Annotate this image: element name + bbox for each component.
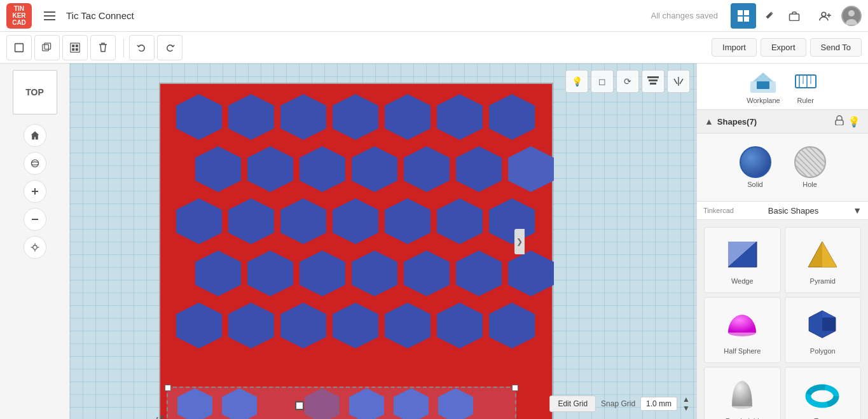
group-button[interactable] <box>62 35 88 60</box>
halfsphere-shape-item[interactable]: Half Sphere <box>704 297 781 363</box>
selected-hex-5[interactable] <box>394 388 429 420</box>
grid-view-button[interactable] <box>731 3 756 29</box>
rotate-handle[interactable]: ↺ <box>155 413 165 419</box>
align-button[interactable] <box>642 70 665 93</box>
home-nav-button[interactable] <box>24 124 46 147</box>
hex-5-3[interactable] <box>280 303 326 348</box>
hex-5-1[interactable] <box>176 303 222 348</box>
selected-hex-4[interactable] <box>349 388 384 420</box>
hex-3-1[interactable] <box>176 198 222 244</box>
hex-5-2[interactable] <box>228 303 274 348</box>
redo-button[interactable] <box>157 35 183 60</box>
hex-3-3[interactable] <box>280 198 326 244</box>
hex-4-5[interactable] <box>404 251 450 296</box>
collapse-panel-button[interactable]: ❯ <box>514 229 525 254</box>
hex-2-4[interactable] <box>352 146 397 192</box>
fit-view-button[interactable] <box>24 236 46 259</box>
hammer-button[interactable] <box>756 3 782 29</box>
toolbar-right: Import Export Send To <box>712 38 862 57</box>
shapes-lock-button[interactable] <box>835 115 844 128</box>
workplane-button[interactable]: Workplane <box>747 69 780 104</box>
hex-5-6[interactable] <box>437 303 483 348</box>
mirror-button[interactable] <box>667 70 690 93</box>
delete-button[interactable] <box>90 35 116 60</box>
view-cube[interactable]: TOP <box>13 70 57 114</box>
hex-2-6[interactable] <box>456 146 502 192</box>
shape-library-dropdown-button[interactable]: ▼ <box>853 205 862 216</box>
paraboloid-shape-item[interactable]: Paraboloid <box>704 367 781 419</box>
refresh-button[interactable]: ⟳ <box>616 70 639 93</box>
hex-2-2[interactable] <box>247 146 293 192</box>
hex-2-5[interactable] <box>404 146 450 192</box>
selected-hex-6[interactable] <box>438 388 473 420</box>
snap-value[interactable]: 1.0 mm <box>640 397 677 411</box>
hex-1-6[interactable] <box>437 94 483 140</box>
hex-1-2[interactable] <box>228 94 274 140</box>
import-button[interactable]: Import <box>712 38 757 57</box>
hex-5-5[interactable] <box>385 303 431 348</box>
selected-hex-1[interactable] <box>177 388 212 420</box>
shapes-visibility-button[interactable]: 💡 <box>848 116 860 128</box>
briefcase-button[interactable] <box>782 3 807 29</box>
hole-selector[interactable]: Hole <box>787 142 834 192</box>
hex-4-2[interactable] <box>247 251 293 296</box>
center-handle[interactable] <box>295 401 304 410</box>
export-button[interactable]: Export <box>761 38 806 57</box>
selected-hex-2[interactable] <box>222 388 257 420</box>
hex-4-6[interactable] <box>456 251 502 296</box>
hex-2-7[interactable] <box>508 146 554 192</box>
hex-1-4[interactable] <box>333 94 378 140</box>
solid-selector[interactable]: Solid <box>732 142 779 192</box>
polygon-shape-item[interactable]: Polygon <box>785 297 862 363</box>
hex-5-4[interactable] <box>333 303 378 348</box>
selected-hex-3[interactable] <box>305 388 340 420</box>
undo-button[interactable] <box>129 35 155 60</box>
hex-1-7[interactable] <box>489 94 535 140</box>
hex-4-1[interactable] <box>195 251 241 296</box>
zoom-out-button[interactable] <box>24 208 46 231</box>
hex-1-1[interactable] <box>176 94 222 140</box>
selection-handle-tl[interactable] <box>165 385 171 391</box>
hex-4-4[interactable] <box>352 251 397 296</box>
orbit-nav-button[interactable] <box>24 152 46 175</box>
selection-handle-tr[interactable] <box>512 385 518 391</box>
torus-shape-item[interactable]: Torus <box>785 367 862 419</box>
menu-button[interactable] <box>37 3 62 29</box>
hex-3-7[interactable] <box>489 198 535 244</box>
hex-row-1 <box>173 92 557 142</box>
shapes-collapse-button[interactable]: ▲ <box>705 116 713 127</box>
zoom-in-button[interactable] <box>24 180 46 203</box>
hex-3-4[interactable] <box>333 198 378 244</box>
snap-increment-button[interactable]: ▲▼ <box>682 395 690 413</box>
copy-workplane-button[interactable] <box>34 35 60 60</box>
svg-rect-34 <box>650 83 656 85</box>
svg-rect-5 <box>738 17 743 22</box>
hex-1-3[interactable] <box>280 94 326 140</box>
bottom-controls: Edit Grid Snap Grid 1.0 mm ▲▼ <box>549 395 690 413</box>
add-user-button[interactable] <box>812 3 837 29</box>
canvas-area[interactable]: 💡 ◻ ⟳ <box>70 64 696 419</box>
pyramid-shape-item[interactable]: Pyramid <box>785 227 862 293</box>
edit-grid-button[interactable]: Edit Grid <box>549 395 596 412</box>
send-to-button[interactable]: Send To <box>810 38 862 57</box>
new-button[interactable] <box>6 35 32 60</box>
hex-4-3[interactable] <box>300 251 345 296</box>
svg-rect-7 <box>790 14 799 21</box>
hole-icon <box>794 146 826 178</box>
hex-3-2[interactable] <box>228 198 274 244</box>
hex-2-1[interactable] <box>195 146 241 192</box>
paraboloid-icon <box>723 375 761 413</box>
hex-3-5[interactable] <box>385 198 431 244</box>
light-button[interactable]: 💡 <box>565 70 588 93</box>
hex-4-7[interactable] <box>508 251 554 296</box>
hex-5-7[interactable] <box>489 303 535 348</box>
note-button[interactable]: ◻ <box>591 70 614 93</box>
wedge-shape-item[interactable]: Wedge <box>704 227 781 293</box>
hole-label: Hole <box>803 181 817 188</box>
avatar[interactable] <box>841 6 862 26</box>
hex-2-3[interactable] <box>300 146 345 192</box>
ruler-button[interactable]: Ruler <box>793 69 818 104</box>
hex-3-6[interactable] <box>437 198 483 244</box>
svg-rect-38 <box>796 75 816 88</box>
hex-1-5[interactable] <box>385 94 431 140</box>
